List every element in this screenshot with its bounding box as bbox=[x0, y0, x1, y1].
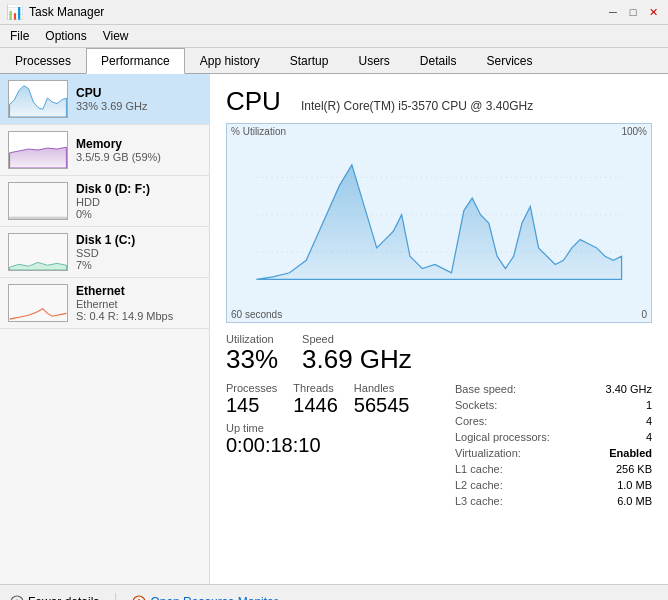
cpu-info: CPU 33% 3.69 GHz bbox=[76, 86, 148, 112]
disk1-type: SSD bbox=[76, 247, 135, 259]
cpu-value: 33% 3.69 GHz bbox=[76, 100, 148, 112]
sidebar-item-disk0[interactable]: Disk 0 (D: F:) HDD 0% bbox=[0, 176, 209, 227]
tab-services[interactable]: Services bbox=[472, 48, 548, 73]
svg-marker-10 bbox=[256, 165, 621, 280]
threads-stat: Threads 1446 bbox=[293, 382, 338, 416]
menu-options[interactable]: Options bbox=[39, 27, 92, 45]
processes-stat: Processes 145 bbox=[226, 382, 277, 416]
tab-users[interactable]: Users bbox=[343, 48, 404, 73]
ethernet-speed: S: 0.4 R: 14.9 Mbps bbox=[76, 310, 173, 322]
sidebar: CPU 33% 3.69 GHz Memory bbox=[0, 74, 210, 584]
uptime-label: Up time bbox=[226, 422, 439, 434]
virtualization-label: Virtualization: bbox=[455, 447, 521, 459]
sidebar-item-ethernet[interactable]: Ethernet Ethernet S: 0.4 R: 14.9 Mbps bbox=[0, 278, 209, 329]
menu-view[interactable]: View bbox=[97, 27, 135, 45]
cpu-mini-graph bbox=[8, 80, 68, 118]
logical-value: 4 bbox=[646, 431, 652, 443]
memory-info: Memory 3.5/5.9 GB (59%) bbox=[76, 137, 161, 163]
l3-label: L3 cache: bbox=[455, 495, 503, 507]
sockets-value: 1 bbox=[646, 399, 652, 411]
resource-monitor-icon bbox=[132, 595, 146, 601]
detail-subtitle: Intel(R) Core(TM) i5-3570 CPU @ 3.40GHz bbox=[301, 99, 533, 113]
utilization-stat: Utilization 33% bbox=[226, 333, 278, 374]
sidebar-item-disk1[interactable]: Disk 1 (C:) SSD 7% bbox=[0, 227, 209, 278]
disk0-name: Disk 0 (D: F:) bbox=[76, 182, 150, 196]
uptime-value: 0:00:18:10 bbox=[226, 434, 439, 456]
detail-panel: CPU Intel(R) Core(TM) i5-3570 CPU @ 3.40… bbox=[210, 74, 668, 584]
stats-row: Utilization 33% Speed 3.69 GHz bbox=[226, 333, 652, 374]
virtualization-row: Virtualization: Enabled bbox=[455, 446, 652, 460]
detail-header: CPU Intel(R) Core(TM) i5-3570 CPU @ 3.40… bbox=[226, 86, 652, 117]
svg-rect-2 bbox=[10, 183, 67, 219]
left-stats: Processes 145 Threads 1446 Handles 56545… bbox=[226, 382, 439, 508]
fewer-details-label: Fewer details bbox=[28, 595, 99, 601]
tab-processes[interactable]: Processes bbox=[0, 48, 86, 73]
speed-value: 3.69 GHz bbox=[302, 345, 412, 374]
l1-row: L1 cache: 256 KB bbox=[455, 462, 652, 476]
base-speed-label: Base speed: bbox=[455, 383, 516, 395]
l1-value: 256 KB bbox=[616, 463, 652, 475]
process-stats-row: Processes 145 Threads 1446 Handles 56545 bbox=[226, 382, 439, 416]
handles-label: Handles bbox=[354, 382, 410, 394]
open-resource-monitor-label: Open Resource Monitor bbox=[150, 595, 277, 601]
maximize-button[interactable]: □ bbox=[624, 4, 642, 20]
tab-startup[interactable]: Startup bbox=[275, 48, 344, 73]
tab-performance[interactable]: Performance bbox=[86, 48, 185, 74]
handles-value: 56545 bbox=[354, 394, 410, 416]
ethernet-name: Ethernet bbox=[76, 284, 173, 298]
disk1-info: Disk 1 (C:) SSD 7% bbox=[76, 233, 135, 271]
uptime-stat: Up time 0:00:18:10 bbox=[226, 422, 439, 456]
handles-stat: Handles 56545 bbox=[354, 382, 410, 416]
l1-label: L1 cache: bbox=[455, 463, 503, 475]
chart-y-max: 100% bbox=[621, 126, 647, 137]
footer: Fewer details Open Resource Monitor bbox=[0, 584, 668, 600]
cpu-name: CPU bbox=[76, 86, 148, 100]
minimize-button[interactable]: ─ bbox=[604, 4, 622, 20]
l3-row: L3 cache: 6.0 MB bbox=[455, 494, 652, 508]
threads-value: 1446 bbox=[293, 394, 338, 416]
tab-app-history[interactable]: App history bbox=[185, 48, 275, 73]
logical-label: Logical processors: bbox=[455, 431, 550, 443]
threads-label: Threads bbox=[293, 382, 338, 394]
disk0-info: Disk 0 (D: F:) HDD 0% bbox=[76, 182, 150, 220]
menu-file[interactable]: File bbox=[4, 27, 35, 45]
chart-x-right: 0 bbox=[641, 309, 647, 320]
disk0-pct: 0% bbox=[76, 208, 150, 220]
title-bar: 📊 Task Manager ─ □ ✕ bbox=[0, 0, 668, 25]
cores-label: Cores: bbox=[455, 415, 487, 427]
detail-grid: Processes 145 Threads 1446 Handles 56545… bbox=[226, 382, 652, 508]
processes-label: Processes bbox=[226, 382, 277, 394]
disk0-mini-graph bbox=[8, 182, 68, 220]
cores-value: 4 bbox=[646, 415, 652, 427]
disk1-mini-graph bbox=[8, 233, 68, 271]
app-icon: 📊 bbox=[6, 4, 23, 20]
fewer-details-button[interactable]: Fewer details bbox=[10, 595, 99, 601]
cpu-chart: % Utilization 100% 60 seconds 0 bbox=[226, 123, 652, 323]
svg-marker-0 bbox=[10, 86, 67, 117]
base-speed-value: 3.40 GHz bbox=[606, 383, 652, 395]
sockets-label: Sockets: bbox=[455, 399, 497, 411]
memory-value: 3.5/5.9 GB (59%) bbox=[76, 151, 161, 163]
svg-marker-1 bbox=[10, 147, 67, 168]
processes-value: 145 bbox=[226, 394, 277, 416]
sidebar-item-cpu[interactable]: CPU 33% 3.69 GHz bbox=[0, 74, 209, 125]
sockets-row: Sockets: 1 bbox=[455, 398, 652, 412]
open-resource-monitor-link[interactable]: Open Resource Monitor bbox=[132, 595, 277, 601]
footer-divider bbox=[115, 593, 116, 601]
main-content: CPU 33% 3.69 GHz Memory bbox=[0, 74, 668, 584]
close-button[interactable]: ✕ bbox=[644, 4, 662, 20]
sidebar-item-memory[interactable]: Memory 3.5/5.9 GB (59%) bbox=[0, 125, 209, 176]
disk0-type: HDD bbox=[76, 196, 150, 208]
cores-row: Cores: 4 bbox=[455, 414, 652, 428]
ethernet-mini-graph bbox=[8, 284, 68, 322]
ethernet-type: Ethernet bbox=[76, 298, 173, 310]
l2-label: L2 cache: bbox=[455, 479, 503, 491]
chevron-up-icon bbox=[10, 595, 24, 601]
virtualization-value: Enabled bbox=[609, 447, 652, 459]
base-speed-row: Base speed: 3.40 GHz bbox=[455, 382, 652, 396]
tab-details[interactable]: Details bbox=[405, 48, 472, 73]
l2-row: L2 cache: 1.0 MB bbox=[455, 478, 652, 492]
menu-bar: File Options View bbox=[0, 25, 668, 48]
l3-value: 6.0 MB bbox=[617, 495, 652, 507]
chart-x-label: 60 seconds bbox=[231, 309, 282, 320]
